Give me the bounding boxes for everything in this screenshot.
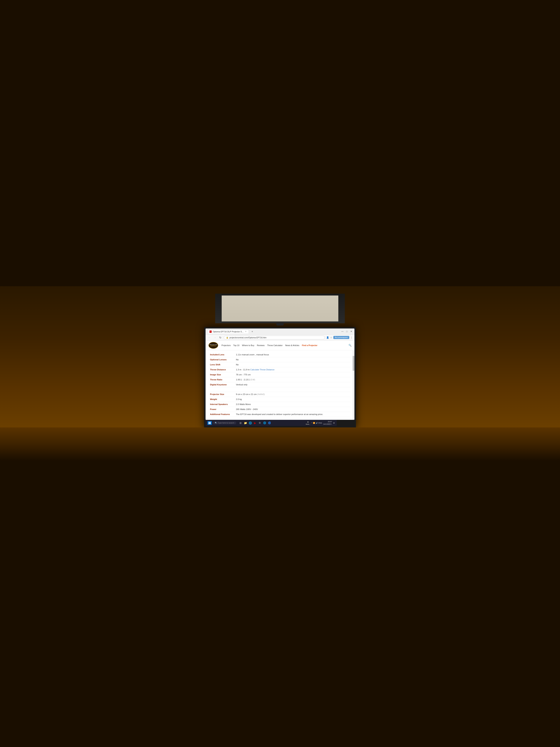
minimize-button[interactable]: —	[341, 330, 344, 333]
actualize-button[interactable]: Актуализиране	[334, 336, 349, 339]
nav-projectors[interactable]: Projectors	[221, 344, 231, 346]
windows-logo-icon	[209, 422, 211, 424]
taskbar: 🔍 ⊞ 📁 🌐 ▶ ⚙ 🌐 🌀 ☀ Suns... ^ 📶	[206, 420, 337, 426]
chevron-up-icon[interactable]: ^	[312, 422, 312, 424]
taskbar-search-icon: 🔍	[215, 422, 217, 424]
extra-browser-icon[interactable]: 🌀	[267, 421, 271, 425]
camera-bump	[276, 323, 284, 326]
spec-value-power: 265 Watts 100V - 240V	[235, 407, 351, 412]
nav-links: Projectors Top 10 Where to Buy Reviews T…	[221, 344, 345, 346]
taskbar-pinned-icons: ⊞ 📁 🌐 ▶ ⚙ 🌐 🌀	[239, 421, 271, 425]
menu-button[interactable]: ⋮	[350, 336, 353, 339]
table-row: Internal Speakers 2.0 Watts Mono	[209, 402, 351, 407]
spec-label-projector-size: Projector Size	[209, 392, 235, 397]
nav-top10[interactable]: Top 10	[233, 344, 239, 346]
maximize-button[interactable]: □	[346, 330, 348, 333]
spec-label-throw-distance: Throw Distance	[209, 367, 235, 372]
systray-area: ^ 📶 🔊 ENG	[312, 422, 322, 424]
logo-central-text: CENTRAL	[210, 345, 216, 346]
taskbar-right-area: ☀ Suns... ^ 📶 🔊 ENG 20:07 14.8.2023 г. 🖥	[306, 420, 335, 425]
lock-icon: 🔒	[226, 336, 228, 338]
table-row-spacer	[209, 387, 351, 392]
content-wrapper: Included Lens 1.11x manual zoom , manual…	[206, 350, 354, 420]
taskbar-search-input[interactable]	[218, 422, 235, 424]
window-controls: — □ ✕	[341, 330, 353, 333]
weather-widget[interactable]: ☀ Suns...	[306, 421, 310, 425]
site-navbar: PROJECTOR CENTRAL Projectors Top 10 Wher…	[206, 340, 354, 350]
table-row: Throw Ratio 1.93:1 - 2.13:1 (D:W)	[209, 377, 351, 382]
browser-taskbar-icon[interactable]: 🌐	[248, 421, 252, 425]
address-bar: ← → ↻ 🔒 projectorcentral.com/Optoma-EP71…	[206, 335, 354, 340]
address-actions: 👤 ☆ Актуализиране ⋮	[326, 336, 353, 339]
spec-label-optional-lenses: Optional Lenses	[209, 357, 235, 362]
language-indicator[interactable]: ENG	[319, 422, 322, 424]
table-row: Included Lens 1.11x manual zoom , manual…	[209, 352, 351, 357]
spec-label-weight: Weight	[209, 397, 235, 402]
spec-value-throw-ratio: 1.93:1 - 2.13:1 (D:W)	[235, 377, 351, 382]
clock-time: 20:07	[323, 420, 332, 423]
spec-label-included-lens: Included Lens	[209, 352, 235, 357]
nav-find-projector[interactable]: Find a Projector	[302, 344, 317, 346]
star-button[interactable]: ☆	[330, 336, 332, 339]
nav-throw-calculator[interactable]: Throw Calculator	[267, 344, 283, 346]
spec-value-projector-size: 9 cm x 23 cm x 21 cm (HxWxD)	[235, 392, 351, 397]
spec-value-throw-distance: 1.3 m - 11.9 m Calculate Throw Distance	[235, 367, 351, 372]
edge-icon[interactable]: 🌐	[263, 421, 267, 425]
spec-value-digital-keystone: Vertical only	[235, 382, 351, 387]
spec-label-lens-shift: Lens Shift	[209, 362, 235, 367]
monitor-bezel: PC Optoma EP716 DLP Projector S... ✕ + —…	[204, 327, 356, 428]
projection-screen	[215, 294, 345, 323]
audio-icon[interactable]: 🔊	[316, 422, 318, 424]
spec-value-lens-shift: No	[235, 362, 351, 367]
table-row: Lens Shift No	[209, 362, 351, 367]
back-button[interactable]: ←	[207, 336, 212, 339]
browser-tab[interactable]: PC Optoma EP716 DLP Projector S... ✕	[207, 330, 249, 334]
network-icon[interactable]: 📶	[313, 422, 315, 424]
url-bar[interactable]: 🔒 projectorcentral.com/Optoma-EP716.htm	[224, 336, 325, 339]
nav-reviews[interactable]: Reviews	[257, 344, 265, 346]
table-row: Weight 2.0 kg	[209, 397, 351, 402]
task-view-icon[interactable]: ⊞	[239, 421, 243, 425]
tab-close-button[interactable]: ✕	[245, 331, 247, 333]
table-row: Projector Size 9 cm x 23 cm x 21 cm (HxW…	[209, 392, 351, 397]
calculate-throw-distance-link[interactable]: Calculate Throw Distance	[250, 368, 274, 371]
search-icon[interactable]: 🔍	[348, 344, 351, 346]
start-button[interactable]	[207, 421, 212, 425]
spec-label-power: Power	[209, 407, 235, 412]
spec-value-image-size: 76 cm - 775 cm	[235, 372, 351, 377]
site-logo[interactable]: PROJECTOR CENTRAL	[209, 342, 218, 349]
table-row: Power 265 Watts 100V - 240V	[209, 407, 351, 412]
clock-widget[interactable]: 20:07 14.8.2023 г.	[323, 420, 332, 425]
notification-icon[interactable]: 🖥	[333, 422, 335, 424]
bottom-room	[0, 428, 560, 461]
new-tab-button[interactable]: +	[250, 330, 254, 333]
spec-label-image-size: Image Size	[209, 372, 235, 377]
spec-value-weight: 2.0 kg	[235, 397, 351, 402]
browser-window: PC Optoma EP716 DLP Projector S... ✕ + —…	[206, 329, 354, 420]
file-explorer-icon[interactable]: 📁	[243, 421, 247, 425]
table-row: Throw Distance 1.3 m - 11.9 m Calculate …	[209, 367, 351, 372]
scrollbar-thumb[interactable]	[353, 356, 354, 371]
media-icon[interactable]: ▶	[253, 421, 257, 425]
nav-where-to-buy[interactable]: Where to Buy	[242, 344, 255, 346]
tab-title: Optoma EP716 DLP Projector S...	[213, 331, 243, 333]
taskbar-search-bar[interactable]: 🔍	[213, 421, 236, 424]
specs-table: Included Lens 1.11x manual zoom , manual…	[209, 352, 351, 417]
settings-icon[interactable]: ⚙	[258, 421, 262, 425]
reload-button[interactable]: ↻	[218, 336, 222, 339]
close-button[interactable]: ✕	[350, 330, 353, 333]
spec-value-optional-lenses: No	[235, 357, 351, 362]
clock-date: 14.8.2023 г.	[323, 423, 332, 426]
spec-value-additional-features: The EP716 was developed and created to d…	[235, 412, 351, 417]
url-text: projectorcentral.com/Optoma-EP716.htm	[230, 336, 266, 339]
forward-button[interactable]: →	[213, 336, 217, 339]
room-background: PC Optoma EP716 DLP Projector S... ✕ + —…	[0, 286, 560, 461]
nav-news-articles[interactable]: News & Articles	[285, 344, 299, 346]
spec-label-digital-keystone: Digital Keystone	[209, 382, 235, 387]
scrollbar-track	[353, 350, 354, 420]
spec-value-included-lens: 1.11x manual zoom , manual focus	[235, 352, 351, 357]
table-row: Digital Keystone Vertical only	[209, 382, 351, 387]
tab-favicon: PC	[209, 331, 212, 333]
profile-button[interactable]: 👤	[326, 336, 329, 339]
table-row: Optional Lenses No	[209, 357, 351, 362]
